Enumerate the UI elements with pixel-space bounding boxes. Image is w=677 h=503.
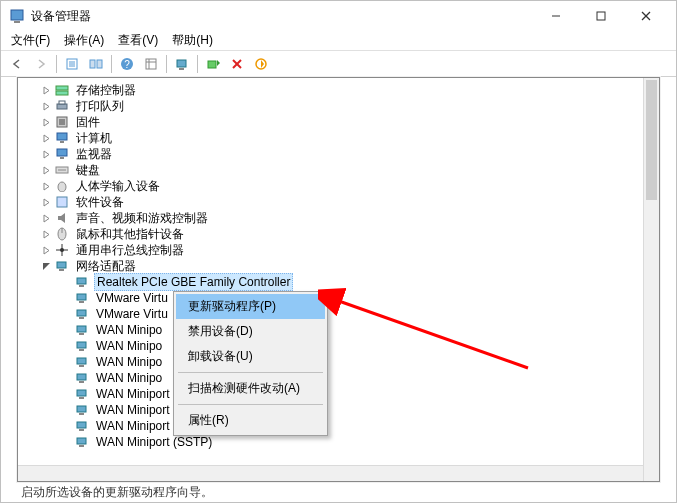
device-icon bbox=[54, 242, 70, 258]
expand-placeholder bbox=[60, 404, 72, 416]
ctx-scan-hardware[interactable]: 扫描检测硬件改动(A) bbox=[176, 376, 325, 401]
svg-rect-53 bbox=[77, 342, 86, 348]
tree-category-label: 键盘 bbox=[74, 162, 102, 178]
tree-device[interactable]: Realtek PCIe GBE Family Controller bbox=[20, 274, 657, 290]
expand-icon[interactable] bbox=[40, 84, 52, 96]
svg-rect-11 bbox=[97, 60, 102, 68]
tree-device[interactable]: WAN Minipo bbox=[20, 370, 657, 386]
network-adapter-icon bbox=[74, 306, 90, 322]
expand-icon[interactable] bbox=[40, 100, 52, 112]
tree-device[interactable]: VMware Virtu bbox=[20, 290, 657, 306]
tree-category-label: 鼠标和其他指针设备 bbox=[74, 226, 186, 242]
svg-rect-3 bbox=[597, 12, 605, 20]
tree-device[interactable]: WAN Miniport (PPPOE) bbox=[20, 402, 657, 418]
toolbar-uninstall[interactable] bbox=[226, 53, 248, 75]
network-adapter-icon bbox=[74, 322, 90, 338]
device-icon bbox=[54, 162, 70, 178]
tree-category[interactable]: 存储控制器 bbox=[20, 82, 657, 98]
tree-device[interactable]: WAN Minipo bbox=[20, 322, 657, 338]
device-tree[interactable]: 存储控制器打印队列固件计算机监视器键盘人体学输入设备软件设备声音、视频和游戏控制… bbox=[18, 78, 659, 454]
toolbar-disable[interactable] bbox=[250, 53, 272, 75]
device-icon bbox=[54, 114, 70, 130]
tree-category[interactable]: 固件 bbox=[20, 114, 657, 130]
minimize-button[interactable] bbox=[533, 2, 578, 30]
expand-icon[interactable] bbox=[40, 228, 52, 240]
tree-device-label: WAN Minipo bbox=[94, 322, 164, 338]
device-icon bbox=[54, 82, 70, 98]
expand-icon[interactable] bbox=[40, 196, 52, 208]
toolbar-back[interactable] bbox=[6, 53, 28, 75]
horizontal-scrollbar[interactable] bbox=[18, 465, 643, 481]
tree-device-label: WAN Minipo bbox=[94, 370, 164, 386]
svg-rect-49 bbox=[77, 310, 86, 316]
tree-device-label: WAN Minipo bbox=[94, 338, 164, 354]
menu-file[interactable]: 文件(F) bbox=[5, 31, 56, 50]
tree-device-label: Realtek PCIe GBE Family Controller bbox=[94, 273, 293, 291]
svg-rect-57 bbox=[77, 374, 86, 380]
collapse-icon[interactable] bbox=[40, 260, 52, 272]
toolbar-help[interactable]: ? bbox=[116, 53, 138, 75]
svg-rect-52 bbox=[79, 333, 84, 335]
expand-icon[interactable] bbox=[40, 164, 52, 176]
svg-marker-37 bbox=[58, 213, 65, 223]
expand-icon[interactable] bbox=[40, 148, 52, 160]
ctx-properties[interactable]: 属性(R) bbox=[176, 408, 325, 433]
tree-category[interactable]: 打印队列 bbox=[20, 98, 657, 114]
expand-icon[interactable] bbox=[40, 212, 52, 224]
tree-category[interactable]: 计算机 bbox=[20, 130, 657, 146]
toolbar-show-hidden[interactable] bbox=[85, 53, 107, 75]
tree-device[interactable]: WAN Miniport (PPTP) bbox=[20, 418, 657, 434]
vertical-scrollbar[interactable] bbox=[643, 78, 659, 481]
tree-category[interactable]: 软件设备 bbox=[20, 194, 657, 210]
tree-device[interactable]: VMware Virtu bbox=[20, 306, 657, 322]
network-adapter-icon bbox=[74, 338, 90, 354]
tree-category[interactable]: 键盘 bbox=[20, 162, 657, 178]
expand-icon[interactable] bbox=[40, 132, 52, 144]
svg-rect-25 bbox=[57, 104, 67, 109]
tree-device[interactable]: WAN Minipo bbox=[20, 338, 657, 354]
menu-view[interactable]: 查看(V) bbox=[112, 31, 164, 50]
toolbar-properties[interactable] bbox=[61, 53, 83, 75]
tree-category-label: 声音、视频和游戏控制器 bbox=[74, 210, 210, 226]
expand-icon[interactable] bbox=[40, 244, 52, 256]
tree-device[interactable]: WAN Minipo bbox=[20, 354, 657, 370]
svg-point-35 bbox=[58, 182, 66, 192]
tree-category-label: 监视器 bbox=[74, 146, 114, 162]
toolbar-separator bbox=[111, 55, 112, 73]
tree-category[interactable]: 监视器 bbox=[20, 146, 657, 162]
maximize-button[interactable] bbox=[578, 2, 623, 30]
network-adapter-icon bbox=[74, 290, 90, 306]
toolbar-update-driver[interactable] bbox=[202, 53, 224, 75]
toolbar-scan[interactable] bbox=[171, 53, 193, 75]
close-button[interactable] bbox=[623, 2, 668, 30]
scrollbar-thumb[interactable] bbox=[646, 80, 657, 200]
ctx-uninstall-device[interactable]: 卸载设备(U) bbox=[176, 344, 325, 369]
tree-category-label: 人体学输入设备 bbox=[74, 178, 162, 194]
svg-rect-55 bbox=[77, 358, 86, 364]
ctx-update-driver[interactable]: 更新驱动程序(P) bbox=[176, 294, 325, 319]
expand-placeholder bbox=[60, 420, 72, 432]
svg-rect-0 bbox=[11, 10, 23, 20]
expand-icon[interactable] bbox=[40, 116, 52, 128]
svg-rect-26 bbox=[59, 101, 65, 104]
svg-rect-62 bbox=[79, 413, 84, 415]
svg-rect-63 bbox=[77, 422, 86, 428]
toolbar-details[interactable] bbox=[140, 53, 162, 75]
tree-category[interactable]: 人体学输入设备 bbox=[20, 178, 657, 194]
tree-category[interactable]: 通用串行总线控制器 bbox=[20, 242, 657, 258]
device-icon bbox=[54, 146, 70, 162]
tree-category[interactable]: 鼠标和其他指针设备 bbox=[20, 226, 657, 242]
tree-device[interactable]: WAN Miniport (SSTP) bbox=[20, 434, 657, 450]
expand-placeholder bbox=[60, 276, 72, 288]
toolbar-forward[interactable] bbox=[30, 53, 52, 75]
window-controls bbox=[533, 2, 668, 30]
menu-action[interactable]: 操作(A) bbox=[58, 31, 110, 50]
network-adapter-icon bbox=[74, 354, 90, 370]
tree-category-network[interactable]: 网络适配器 bbox=[20, 258, 657, 274]
expand-icon[interactable] bbox=[40, 180, 52, 192]
tree-category[interactable]: 声音、视频和游戏控制器 bbox=[20, 210, 657, 226]
ctx-disable-device[interactable]: 禁用设备(D) bbox=[176, 319, 325, 344]
svg-rect-58 bbox=[79, 381, 84, 383]
menu-help[interactable]: 帮助(H) bbox=[166, 31, 219, 50]
tree-device[interactable]: WAN Miniport (Network Monitor) bbox=[20, 386, 657, 402]
